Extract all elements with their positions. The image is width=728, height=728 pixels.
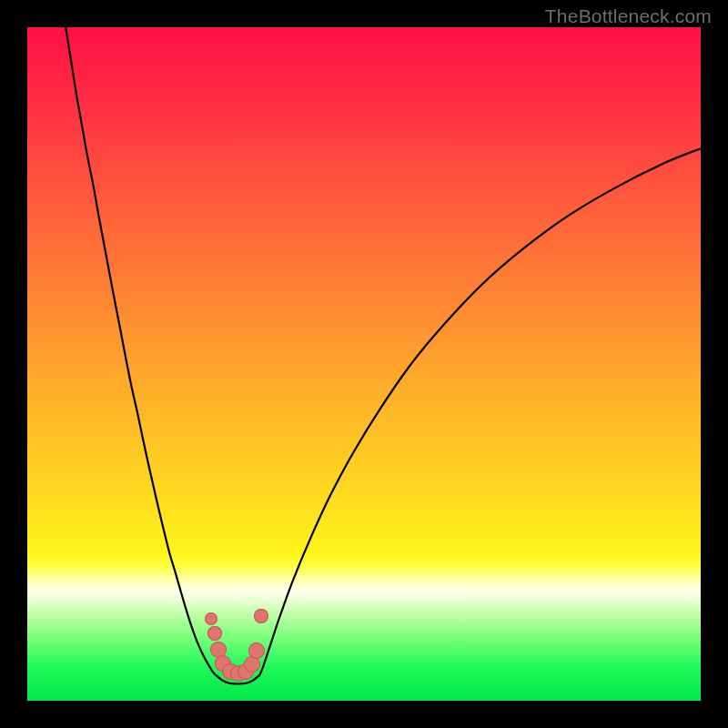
data-marker bbox=[207, 626, 222, 641]
watermark-text: TheBottleneck.com bbox=[545, 5, 712, 27]
curve-layer bbox=[27, 27, 701, 701]
data-marker bbox=[254, 609, 268, 623]
data-marker bbox=[248, 642, 265, 659]
curve-left-branch bbox=[66, 27, 216, 675]
chart-frame: TheBottleneck.com bbox=[0, 0, 728, 728]
curve-right-branch bbox=[259, 148, 701, 675]
plot-area bbox=[27, 27, 701, 701]
data-marker bbox=[205, 612, 217, 625]
